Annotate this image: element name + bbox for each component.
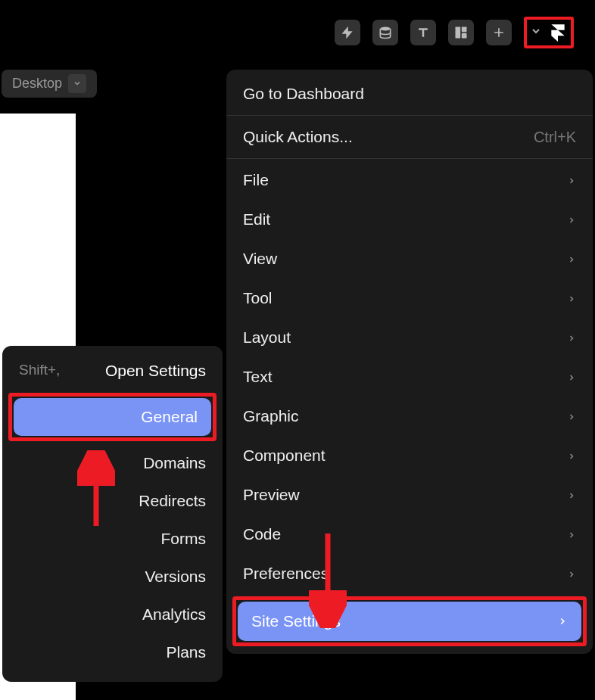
menu-item-layout[interactable]: Layout: [226, 318, 593, 357]
chevron-right-icon: [567, 525, 576, 543]
menu-item-text[interactable]: Text: [226, 357, 593, 397]
chevron-right-icon: [567, 565, 576, 583]
menu-item-tool[interactable]: Tool: [226, 278, 593, 318]
chevron-right-icon: [567, 486, 576, 504]
bolt-tool[interactable]: [335, 20, 360, 45]
divider: [226, 158, 593, 159]
menu-label: Tool: [243, 289, 273, 307]
submenu-item-domains[interactable]: Domains: [2, 444, 223, 482]
device-breakpoint[interactable]: Desktop: [2, 70, 97, 98]
svg-rect-3: [462, 33, 467, 39]
menu-item-preferences[interactable]: Preferences: [226, 554, 593, 593]
plus-tool[interactable]: [486, 20, 512, 45]
chevron-right-icon: [567, 446, 576, 465]
svg-rect-1: [456, 27, 461, 39]
chevron-right-icon: [567, 210, 576, 229]
menu-item-file[interactable]: File: [226, 160, 593, 200]
chevron-right-icon: [567, 407, 576, 425]
menu-quick-actions[interactable]: Quick Actions... Ctrl+K: [226, 117, 593, 157]
menu-item-component[interactable]: Component: [226, 436, 593, 475]
submenu-item-forms[interactable]: Forms: [2, 520, 223, 558]
menu-item-edit[interactable]: Edit: [226, 200, 593, 239]
svg-point-0: [380, 27, 390, 31]
submenu-open-settings[interactable]: Shift+, Open Settings: [2, 352, 223, 390]
menu-label: File: [243, 171, 269, 189]
menu-go-to-dashboard[interactable]: Go to Dashboard: [226, 74, 593, 114]
menu-label: Code: [243, 525, 281, 543]
menu-site-settings[interactable]: Site Settings: [238, 602, 581, 641]
site-settings-highlight: Site Settings: [232, 596, 587, 646]
text-tool[interactable]: [410, 20, 436, 45]
database-tool[interactable]: [372, 20, 398, 45]
menu-label: Edit: [243, 210, 270, 229]
app-menu-trigger[interactable]: [524, 17, 574, 48]
menu-label: Preview: [243, 486, 300, 504]
chevron-down-icon: [68, 74, 86, 93]
menu-item-code[interactable]: Code: [226, 515, 593, 554]
submenu-label: General: [141, 408, 198, 425]
chevron-down-icon: [530, 25, 542, 40]
submenu-item-redirects[interactable]: Redirects: [2, 482, 223, 520]
submenu-general[interactable]: General: [14, 398, 211, 436]
menu-label: Go to Dashboard: [243, 85, 364, 103]
chevron-right-icon: [567, 328, 576, 347]
chevron-right-icon: [567, 171, 576, 189]
framer-logo-icon: [548, 23, 568, 42]
shortcut-label: Shift+,: [19, 362, 60, 380]
device-label: Desktop: [12, 76, 62, 92]
menu-label: Preferences: [243, 565, 329, 583]
main-dropdown-menu: Go to Dashboard Quick Actions... Ctrl+K …: [226, 70, 593, 654]
menu-label: Layout: [243, 328, 291, 347]
menu-item-view[interactable]: View: [226, 239, 593, 278]
submenu-item-plans[interactable]: Plans: [2, 633, 223, 671]
menu-label: View: [243, 250, 277, 268]
chevron-right-icon: [567, 289, 576, 307]
menu-item-graphic[interactable]: Graphic: [226, 397, 593, 436]
menu-label: Quick Actions...: [243, 128, 353, 146]
general-highlight: General: [8, 393, 217, 441]
svg-rect-2: [462, 27, 467, 33]
submenu-header-label: Open Settings: [105, 362, 206, 380]
chevron-right-icon: [567, 250, 576, 268]
chevron-right-icon: [557, 612, 568, 630]
top-toolbar: [0, 0, 595, 65]
submenu-item-versions[interactable]: Versions: [2, 558, 223, 596]
menu-item-preview[interactable]: Preview: [226, 475, 593, 515]
settings-submenu: Shift+, Open Settings General DomainsRed…: [2, 346, 223, 682]
menu-label: Graphic: [243, 407, 299, 425]
divider: [226, 115, 593, 116]
menu-label: Component: [243, 446, 326, 465]
menu-label: Site Settings: [251, 612, 341, 630]
layout-tool[interactable]: [448, 20, 474, 45]
submenu-item-analytics[interactable]: Analytics: [2, 596, 223, 633]
chevron-right-icon: [567, 368, 576, 386]
menu-label: Text: [243, 368, 273, 386]
shortcut-label: Ctrl+K: [534, 129, 576, 146]
